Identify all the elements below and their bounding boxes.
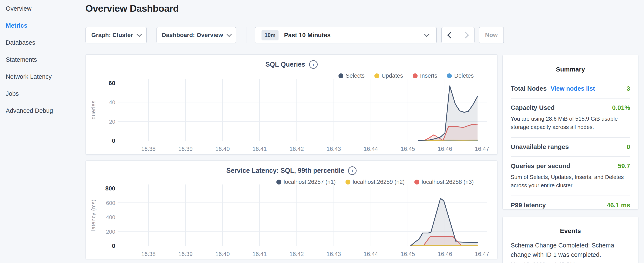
chevron-left-icon — [447, 32, 454, 38]
legend-dot-icon — [447, 73, 452, 78]
legend-dot-icon — [276, 180, 281, 184]
svg-text:16:46: 16:46 — [438, 146, 452, 152]
summary-row-capacity-used: Capacity Used 0.01% You are using 28.6 M… — [511, 99, 630, 137]
svg-text:0: 0 — [112, 242, 115, 249]
service-latency-chart[interactable]: 16:3816:3916:4016:4116:4216:4316:4416:45… — [86, 161, 497, 259]
sidebar-item-statements[interactable]: Statements — [0, 51, 86, 68]
svg-text:800: 800 — [105, 185, 115, 192]
legend-label: Deletes — [454, 73, 474, 79]
dashboard-dropdown-label: Dashboard: Overview — [162, 32, 223, 39]
events-title: Events — [511, 227, 630, 234]
sidebar-item-databases[interactable]: Databases — [0, 34, 86, 51]
legend-label: Inserts — [420, 73, 437, 79]
info-icon[interactable] — [309, 60, 318, 69]
summary-row-value: 0.01% — [612, 104, 630, 111]
chart-legend: localhost:26257 (n1)localhost:26259 (n2)… — [276, 179, 474, 185]
summary-row-label: Unavailable ranges — [511, 143, 569, 150]
legend-label: localhost:26257 (n1) — [284, 179, 336, 185]
sidebar-item-overview[interactable]: Overview — [0, 0, 86, 17]
sql-queries-chart[interactable]: 16:3816:3916:4016:4116:4216:4316:4416:45… — [86, 55, 497, 154]
sidebar-item-metrics[interactable]: Metrics — [0, 17, 86, 34]
summary-row-value: 0 — [626, 143, 630, 150]
svg-text:400: 400 — [106, 214, 115, 220]
svg-text:16:41: 16:41 — [252, 146, 267, 152]
chart-title: SQL Queries — [265, 61, 305, 68]
svg-text:16:44: 16:44 — [364, 251, 378, 257]
legend-dot-icon — [414, 180, 419, 184]
time-next-button[interactable] — [458, 27, 474, 43]
legend-label: localhost:26258 (n3) — [422, 179, 474, 185]
svg-text:16:41: 16:41 — [252, 251, 267, 257]
summary-row-label: P99 latency — [511, 201, 546, 209]
sidebar-item-jobs[interactable]: Jobs — [0, 85, 86, 102]
summary-row-label: Capacity Used — [511, 104, 555, 111]
info-icon[interactable] — [348, 166, 356, 175]
svg-text:16:40: 16:40 — [216, 146, 230, 152]
svg-text:queries: queries — [90, 100, 96, 119]
svg-text:16:45: 16:45 — [401, 251, 415, 257]
legend-item: localhost:26257 (n1) — [276, 179, 336, 185]
svg-text:16:39: 16:39 — [178, 146, 193, 152]
summary-row-label: Queries per second — [511, 162, 570, 170]
svg-text:16:43: 16:43 — [326, 251, 341, 257]
toolbar-divider — [246, 27, 246, 43]
summary-row-p99-latency: P99 latency 46.1 ms — [511, 196, 630, 215]
svg-text:16:44: 16:44 — [364, 146, 378, 152]
svg-text:16:47: 16:47 — [475, 251, 489, 257]
summary-panel: Summary Total Nodes View nodes list 3 Ca… — [502, 55, 638, 210]
time-range-badge: 10m — [262, 30, 278, 41]
summary-row-label: Total Nodes — [511, 85, 546, 92]
page-title: Overview Dashboard — [86, 3, 179, 14]
sidebar-nav: Overview Metrics Databases Statements Ne… — [0, 0, 86, 263]
svg-text:40: 40 — [109, 99, 115, 106]
time-range-dropdown[interactable]: 10m Past 10 Minutes — [255, 27, 437, 43]
event-item-timestamp: May 13, 2020 at 4:45 PM — [511, 261, 630, 263]
svg-text:16:47: 16:47 — [475, 146, 489, 152]
now-button[interactable]: Now — [479, 27, 504, 43]
svg-text:16:42: 16:42 — [290, 146, 304, 152]
service-latency-chart-card: Service Latency: SQL, 99th percentile lo… — [86, 160, 498, 259]
svg-text:16:38: 16:38 — [141, 251, 156, 257]
sidebar-item-network-latency[interactable]: Network Latency — [0, 68, 86, 85]
sql-queries-chart-card: SQL Queries SelectsUpdatesInsertsDeletes… — [86, 54, 498, 155]
events-panel: Events Schema Change Completed: Schema c… — [502, 217, 638, 263]
legend-item: Updates — [374, 73, 403, 79]
legend-item: localhost:26258 (n3) — [414, 179, 474, 185]
svg-text:16:39: 16:39 — [178, 251, 193, 257]
svg-text:200: 200 — [106, 228, 115, 235]
time-range-label: Past 10 Minutes — [284, 32, 330, 39]
legend-dot-icon — [338, 73, 343, 78]
time-step-buttons — [442, 27, 474, 43]
legend-dot-icon — [374, 73, 379, 78]
svg-text:20: 20 — [109, 119, 115, 125]
legend-item: localhost:26259 (n2) — [346, 179, 405, 185]
chart-legend: SelectsUpdatesInsertsDeletes — [338, 73, 474, 79]
summary-row-queries-per-second: Queries per second 59.7 Sum of Selects, … — [511, 157, 630, 195]
summary-row-value: 59.7 — [618, 162, 630, 170]
svg-text:16:38: 16:38 — [141, 146, 156, 152]
legend-dot-icon — [413, 73, 418, 78]
legend-dot-icon — [346, 180, 350, 184]
chevron-down-icon — [136, 32, 142, 37]
legend-item: Inserts — [413, 73, 437, 79]
summary-row-description: You are using 28.6 MiB of 515.9 GiB usab… — [511, 115, 630, 131]
time-prev-button[interactable] — [442, 27, 458, 43]
graph-scope-dropdown[interactable]: Graph: Cluster — [86, 27, 147, 43]
dashboard-dropdown[interactable]: Dashboard: Overview — [156, 27, 236, 43]
chevron-down-icon — [226, 32, 232, 37]
svg-text:16:40: 16:40 — [216, 251, 230, 257]
graph-scope-dropdown-label: Graph: Cluster — [91, 32, 133, 39]
chart-title: Service Latency: SQL, 99th percentile — [226, 167, 344, 174]
summary-row-description: Sum of Selects, Updates, Inserts, and De… — [511, 173, 630, 190]
svg-text:16:43: 16:43 — [326, 146, 341, 152]
overview-dashboard-page: Overview Metrics Databases Statements Ne… — [0, 0, 644, 263]
view-nodes-list-link[interactable]: View nodes list — [550, 85, 595, 92]
svg-text:60: 60 — [109, 80, 115, 86]
svg-text:16:42: 16:42 — [290, 251, 304, 257]
sidebar-item-advanced-debug[interactable]: Advanced Debug — [0, 102, 86, 119]
summary-title: Summary — [511, 66, 630, 73]
legend-label: Selects — [346, 73, 365, 79]
summary-row-total-nodes: Total Nodes View nodes list 3 — [511, 79, 630, 98]
legend-item: Deletes — [447, 73, 474, 79]
summary-row-value: 3 — [626, 85, 630, 92]
